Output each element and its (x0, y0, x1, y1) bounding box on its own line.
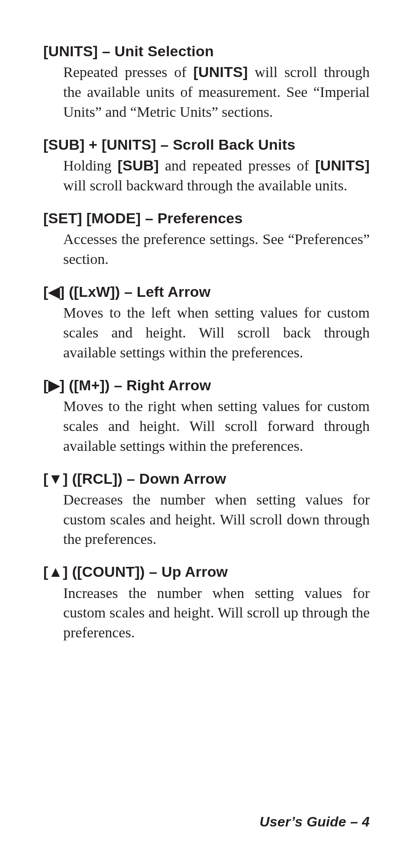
page-footer: User’s Guide – 4 (259, 814, 370, 830)
entry-body: Holding [SUB] and repeated presses of [U… (63, 156, 370, 196)
entry-body: Decreases the number when setting values… (63, 490, 370, 550)
entry-left-arrow: [◀] ([LxW]) – Left Arrow Moves to the le… (43, 282, 370, 363)
entry-body: Accesses the preference settings. See “P… (63, 229, 370, 269)
entry-body: Increases the number when setting values… (63, 583, 370, 643)
entry-up-arrow: [▲] ([COUNT]) – Up Arrow Increases the n… (43, 562, 370, 643)
entry-right-arrow: [▶] ([M+]) – Right Arrow Moves to the ri… (43, 376, 370, 456)
entry-heading: [◀] ([LxW]) – Left Arrow (43, 282, 370, 301)
entry-body: Repeated presses of [UNITS] will scroll … (63, 62, 370, 122)
entry-body: Moves to the left when setting values fo… (63, 303, 370, 363)
entry-units: [UNITS] – Unit Selection Repeated presse… (43, 42, 370, 122)
entry-down-arrow: [▼] ([RCL]) – Down Arrow Decreases the n… (43, 469, 370, 550)
entry-heading: [SUB] + [UNITS] – Scroll Back Units (43, 135, 370, 154)
document-page: [UNITS] – Unit Selection Repeated presse… (0, 0, 413, 868)
entry-heading: [▲] ([COUNT]) – Up Arrow (43, 562, 370, 581)
entry-heading: [UNITS] – Unit Selection (43, 42, 370, 61)
entry-body: Moves to the right when setting values f… (63, 396, 370, 456)
entry-heading: [▼] ([RCL]) – Down Arrow (43, 469, 370, 488)
entry-set-mode: [SET] [MODE] – Preferences Accesses the … (43, 209, 370, 269)
entry-sub-units: [SUB] + [UNITS] – Scroll Back Units Hold… (43, 135, 370, 196)
entry-heading: [▶] ([M+]) – Right Arrow (43, 376, 370, 395)
entry-heading: [SET] [MODE] – Preferences (43, 209, 370, 228)
